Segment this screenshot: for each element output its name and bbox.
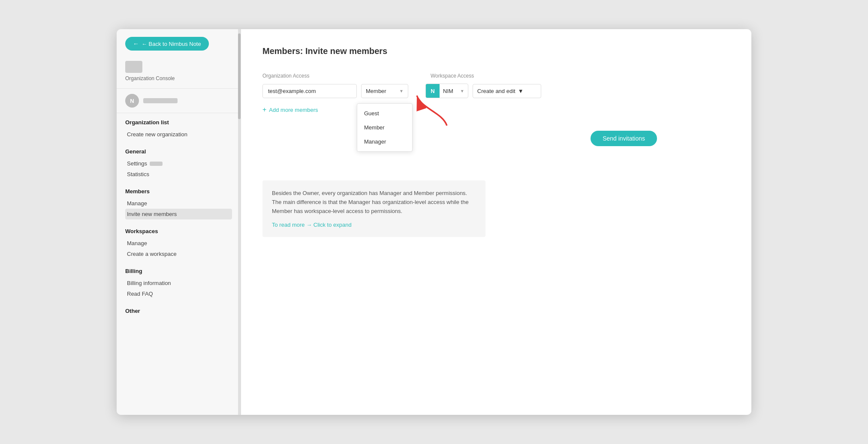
nav-group-title-other: Other	[125, 308, 232, 314]
workspace-avatar: N	[426, 84, 440, 98]
dropdown-item-guest[interactable]: Guest	[357, 106, 412, 120]
role-dropdown-caret-icon: ▼	[399, 89, 404, 93]
workspace-select[interactable]: N NIM ▼	[425, 84, 468, 98]
nav-group-title-members: Members	[125, 188, 232, 195]
form-labels-row: Organization Access Workspace Access	[262, 72, 730, 79]
sidebar-item-read-faq[interactable]: Read FAQ	[125, 288, 232, 299]
nav-group-title-workspaces: Workspaces	[125, 228, 232, 234]
invite-row: Member ▼ N NIM ▼ Create and edit ▼	[262, 84, 730, 98]
user-avatar: N	[125, 94, 139, 108]
nav-group-workspaces: Workspaces Manage Create a workspace	[117, 222, 241, 262]
nav-group-general: General Settings Statistics	[117, 142, 241, 182]
sidebar: ← ← Back to Nimbus Note Organization Con…	[117, 29, 241, 415]
plus-icon: +	[262, 106, 266, 114]
user-name-blur	[143, 98, 178, 103]
invite-form: Organization Access Workspace Access Mem…	[262, 72, 730, 237]
workspace-access-label: Workspace Access	[431, 73, 474, 79]
info-text: Besides the Owner, every organization ha…	[272, 189, 476, 216]
org-section: Organization Console	[117, 57, 241, 89]
user-section: N	[117, 89, 241, 113]
sidebar-item-manage-workspaces[interactable]: Manage	[125, 238, 232, 249]
org-access-label: Organization Access	[262, 73, 309, 79]
sidebar-item-statistics[interactable]: Statistics	[125, 169, 232, 180]
dropdown-item-member[interactable]: Member	[357, 120, 412, 135]
add-more-members[interactable]: + Add more members	[262, 104, 730, 115]
workspace-access-dropdown[interactable]: Create and edit ▼	[473, 84, 541, 98]
sidebar-item-create-org[interactable]: Create new organization	[125, 129, 232, 140]
nav-group-billing: Billing Billing information Read FAQ	[117, 262, 241, 302]
nav-group-organization-list: Organization list Create new organizatio…	[117, 113, 241, 142]
nav-group-members: Members Manage Invite new members	[117, 182, 241, 222]
role-dropdown-menu: Guest Member Manager	[357, 103, 413, 152]
workspace-access-caret-icon: ▼	[518, 88, 524, 94]
sidebar-item-billing-info[interactable]: Billing information	[125, 278, 232, 288]
settings-tag	[150, 162, 163, 166]
read-more-link[interactable]: To read more → Click to expand	[272, 222, 352, 228]
sidebar-item-manage-members[interactable]: Manage	[125, 198, 232, 209]
sidebar-item-invite-members[interactable]: Invite new members	[125, 209, 232, 219]
org-label: Organization Console	[125, 75, 232, 81]
role-dropdown[interactable]: Member ▼	[361, 84, 408, 98]
workspace-name: NIM	[440, 84, 457, 98]
sidebar-item-settings[interactable]: Settings	[125, 158, 232, 169]
back-to-nimbus-button[interactable]: ← ← Back to Nimbus Note	[125, 37, 209, 51]
role-value: Member	[366, 88, 386, 94]
page-title: Members: Invite new members	[262, 46, 730, 56]
dropdown-item-manager[interactable]: Manager	[357, 135, 412, 149]
nav-group-title-org-list: Organization list	[125, 119, 232, 126]
add-more-label: Add more members	[269, 107, 318, 113]
email-input[interactable]	[262, 84, 357, 98]
nav-group-title-general: General	[125, 148, 232, 155]
scrollbar-thumb[interactable]	[238, 33, 241, 119]
scrollbar-track[interactable]	[238, 29, 241, 415]
send-invitations-button[interactable]: Send invitations	[591, 131, 657, 146]
sidebar-item-create-workspace[interactable]: Create a workspace	[125, 249, 232, 259]
app-window: ← ← Back to Nimbus Note Organization Con…	[117, 29, 751, 415]
workspace-caret-icon: ▼	[457, 85, 468, 97]
back-button-label: ← Back to Nimbus Note	[142, 41, 201, 47]
nav-group-title-billing: Billing	[125, 268, 232, 274]
nav-group-other: Other	[117, 302, 241, 320]
main-content: Members: Invite new members Organization…	[241, 29, 751, 415]
back-arrow-icon: ←	[133, 40, 139, 47]
workspace-access-value: Create and edit	[477, 88, 515, 94]
info-box: Besides the Owner, every organization ha…	[262, 180, 485, 237]
org-avatar	[125, 61, 142, 73]
